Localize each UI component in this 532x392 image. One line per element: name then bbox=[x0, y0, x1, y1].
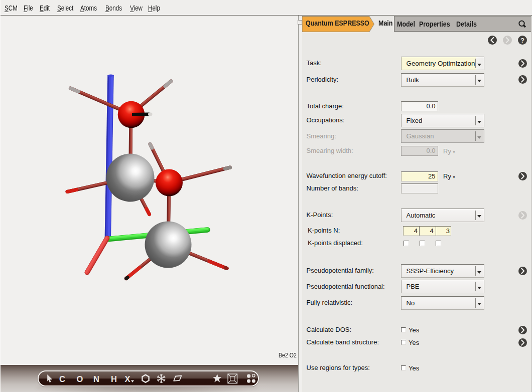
svg-text:?: ? bbox=[520, 36, 524, 44]
